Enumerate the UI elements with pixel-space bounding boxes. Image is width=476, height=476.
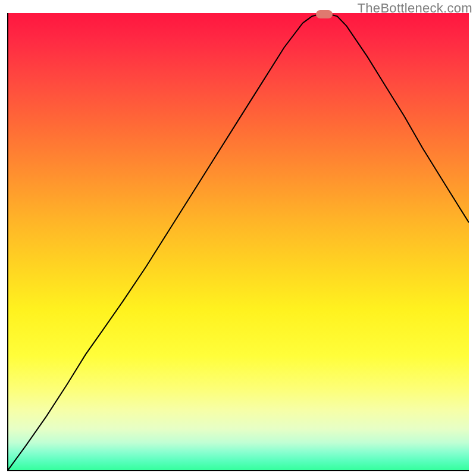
optimal-point-marker (316, 10, 333, 18)
watermark-text: TheBottleneck.com (358, 1, 472, 16)
chart-frame: TheBottleneck.com (0, 0, 476, 476)
plot-area (7, 13, 469, 471)
